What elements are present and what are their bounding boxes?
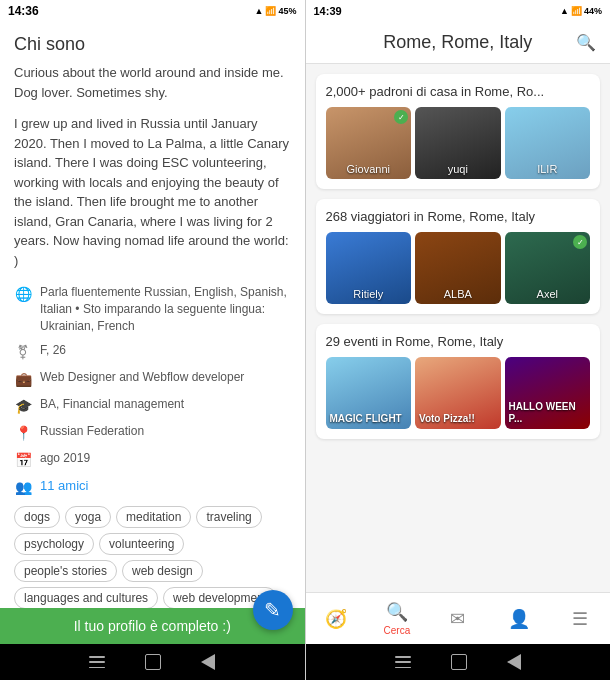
chi-sono-title: Chi sono — [14, 34, 291, 55]
edit-fab[interactable]: ✎ — [253, 590, 293, 630]
globe-icon: 🌐 — [14, 285, 32, 303]
thumb-axel[interactable]: Axel ✓ — [505, 232, 591, 304]
status-bar-left: 14:36 ▲ 📶 45% — [0, 0, 305, 22]
thumb-halloween[interactable]: HALLO WEEN P... — [505, 357, 591, 429]
travelers-title: 268 viaggiatori in Rome, Rome, Italy — [326, 209, 591, 224]
right-header: Rome, Rome, Italy 🔍 — [306, 22, 611, 64]
thumb-yuqi[interactable]: yuqi — [415, 107, 501, 179]
tag-volunteering[interactable]: volunteering — [99, 533, 184, 555]
thumb-pizza[interactable]: Voto Pizza!! — [415, 357, 501, 429]
events-card: 29 eventi in Rome, Rome, Italy MAGIC FLI… — [316, 324, 601, 439]
wifi-icon-right: 📶 — [571, 6, 582, 16]
location-icon: 📍 — [14, 424, 32, 442]
travelers-images: Ritiely ALBA Axel ✓ — [326, 232, 591, 304]
nav-item-search[interactable]: 🔍 Cerca — [366, 601, 427, 636]
info-row-gender: ⚧ F, 26 — [14, 342, 291, 361]
battery-left: 45% — [278, 6, 296, 16]
event-label-magic: MAGIC FLIGHT — [330, 413, 408, 425]
nav-item-messages[interactable]: ✉ — [427, 608, 488, 630]
date-text: ago 2019 — [40, 450, 90, 467]
menu-icon-right[interactable] — [395, 656, 411, 668]
education-icon: 🎓 — [14, 397, 32, 415]
work-icon: 💼 — [14, 370, 32, 388]
travelers-card: 268 viaggiatori in Rome, Rome, Italy Rit… — [316, 199, 601, 314]
right-panel: 14:39 ▲ 📶 44% Rome, Rome, Italy 🔍 2,000+… — [306, 0, 611, 680]
wifi-icon: 📶 — [265, 6, 276, 16]
events-images: MAGIC FLIGHT Voto Pizza!! HALLO WEEN P..… — [326, 357, 591, 429]
thumb-magic-flight[interactable]: MAGIC FLIGHT — [326, 357, 412, 429]
left-content: Chi sono Curious about the world around … — [0, 22, 305, 608]
hosts-images: Giovanni ✓ yuqi ILIR — [326, 107, 591, 179]
signal-icon: ▲ — [255, 6, 264, 16]
info-row-education: 🎓 BA, Financial management — [14, 396, 291, 415]
tag-meditation[interactable]: meditation — [116, 506, 191, 528]
languages-text: Parla fluentemente Russian, English, Spa… — [40, 284, 291, 334]
thumb-ritiely[interactable]: Ritiely — [326, 232, 412, 304]
event-label-hallo: HALLO WEEN P... — [509, 401, 587, 425]
thumb-bg-ilir: ILIR — [505, 107, 591, 179]
bottom-nav: 🧭 🔍 Cerca ✉ 👤 ☰ — [306, 592, 611, 644]
menu-icon-right: ☰ — [572, 608, 588, 630]
android-nav-right — [306, 644, 611, 680]
thumb-bg-ritiely: Ritiely — [326, 232, 412, 304]
info-rows: 🌐 Parla fluentemente Russian, English, S… — [14, 284, 291, 496]
thumb-bg-alba: ALBA — [415, 232, 501, 304]
info-row-friends: 👥 11 amici — [14, 477, 291, 496]
tag-languages-and-cultures[interactable]: languages and cultures — [14, 587, 158, 608]
thumb-ilir[interactable]: ILIR — [505, 107, 591, 179]
tag-yoga[interactable]: yoga — [65, 506, 111, 528]
signal-icon-right: ▲ — [560, 6, 569, 16]
events-title: 29 eventi in Rome, Rome, Italy — [326, 334, 591, 349]
status-icons-right: ▲ 📶 44% — [560, 6, 602, 16]
info-row-languages: 🌐 Parla fluentemente Russian, English, S… — [14, 284, 291, 334]
tag-psychology[interactable]: psychology — [14, 533, 94, 555]
info-row-date: 📅 ago 2019 — [14, 450, 291, 469]
friends-icon: 👥 — [14, 478, 32, 496]
battery-right: 44% — [584, 6, 602, 16]
education-text: BA, Financial management — [40, 396, 184, 413]
search-label: Cerca — [384, 625, 411, 636]
menu-icon[interactable] — [89, 656, 105, 668]
search-icon: 🔍 — [386, 601, 408, 623]
bio-text-1: Curious about the world around and insid… — [14, 63, 291, 102]
time-left: 14:36 — [8, 4, 39, 18]
search-header-icon[interactable]: 🔍 — [576, 33, 596, 52]
friends-link[interactable]: 11 amici — [40, 478, 88, 493]
thumb-giovanni[interactable]: Giovanni ✓ — [326, 107, 412, 179]
tag-dogs[interactable]: dogs — [14, 506, 60, 528]
right-content: 2,000+ padroni di casa in Rome, Ro... Gi… — [306, 64, 611, 592]
status-icons-left: ▲ 📶 45% — [255, 6, 297, 16]
back-icon[interactable] — [201, 654, 215, 670]
hosts-card: 2,000+ padroni di casa in Rome, Ro... Gi… — [316, 74, 601, 189]
tag-web-design[interactable]: web design — [122, 560, 203, 582]
home-icon[interactable] — [145, 654, 161, 670]
gender-icon: ⚧ — [14, 343, 32, 361]
left-panel: 14:36 ▲ 📶 45% Chi sono Curious about the… — [0, 0, 305, 680]
verified-giovanni: ✓ — [394, 110, 408, 124]
android-nav-left — [0, 644, 305, 680]
nav-item-menu[interactable]: ☰ — [549, 608, 610, 630]
gender-text: F, 26 — [40, 342, 66, 359]
tag-peoples-stories[interactable]: people's stories — [14, 560, 117, 582]
messages-icon: ✉ — [450, 608, 465, 630]
tags-section: dogsyogameditationtravelingpsychologyvol… — [14, 506, 291, 608]
city-title: Rome, Rome, Italy — [340, 32, 577, 53]
time-right: 14:39 — [314, 5, 342, 17]
bio-text-2: I grew up and lived in Russia until Janu… — [14, 114, 291, 270]
calendar-icon: 📅 — [14, 451, 32, 469]
nav-item-profile[interactable]: 👤 — [488, 608, 549, 630]
verified-axel: ✓ — [573, 235, 587, 249]
back-icon-right[interactable] — [507, 654, 521, 670]
profile-complete-label: Il tuo profilo è completo :) — [74, 618, 231, 634]
work-text: Web Designer and Webflow developer — [40, 369, 244, 386]
profile-icon: 👤 — [508, 608, 530, 630]
location-text: Russian Federation — [40, 423, 144, 440]
info-row-work: 💼 Web Designer and Webflow developer — [14, 369, 291, 388]
explore-icon: 🧭 — [325, 608, 347, 630]
thumb-bg-yuqi: yuqi — [415, 107, 501, 179]
home-icon-right[interactable] — [451, 654, 467, 670]
thumb-alba[interactable]: ALBA — [415, 232, 501, 304]
tag-traveling[interactable]: traveling — [196, 506, 261, 528]
nav-item-explore[interactable]: 🧭 — [306, 608, 367, 630]
event-label-pizza: Voto Pizza!! — [419, 413, 497, 425]
